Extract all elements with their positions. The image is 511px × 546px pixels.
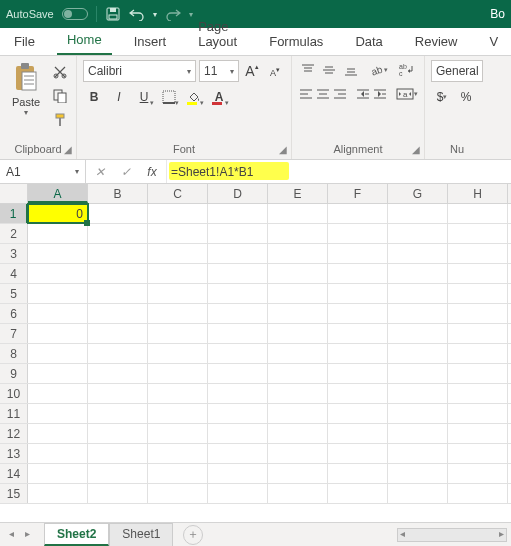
- cell[interactable]: [148, 264, 208, 283]
- alignment-launcher-icon[interactable]: ◢: [410, 145, 422, 157]
- cell[interactable]: [448, 324, 508, 343]
- cell[interactable]: [268, 284, 328, 303]
- cell[interactable]: [388, 284, 448, 303]
- cell[interactable]: [388, 384, 448, 403]
- format-painter-button[interactable]: [50, 110, 70, 130]
- cell[interactable]: [88, 464, 148, 483]
- cell[interactable]: [28, 304, 88, 323]
- cell[interactable]: [88, 364, 148, 383]
- increase-indent-button[interactable]: [373, 84, 388, 104]
- formula-bar[interactable]: =Sheet1!A1*B1: [167, 160, 511, 183]
- row-header[interactable]: 3: [0, 244, 28, 263]
- row-header[interactable]: 2: [0, 224, 28, 243]
- enter-formula-button[interactable]: ✓: [118, 164, 134, 180]
- cell[interactable]: [388, 324, 448, 343]
- cell[interactable]: [328, 324, 388, 343]
- font-color-button[interactable]: A: [208, 86, 230, 108]
- cell[interactable]: [448, 364, 508, 383]
- row-header[interactable]: 10: [0, 384, 28, 403]
- tab-review[interactable]: Review: [405, 30, 468, 55]
- cell[interactable]: [448, 444, 508, 463]
- decrease-indent-button[interactable]: [356, 84, 371, 104]
- cell[interactable]: [88, 264, 148, 283]
- cell[interactable]: [448, 284, 508, 303]
- cell[interactable]: [268, 464, 328, 483]
- add-sheet-button[interactable]: ＋: [183, 525, 203, 545]
- cell[interactable]: [148, 444, 208, 463]
- cell[interactable]: [208, 304, 268, 323]
- cell[interactable]: [268, 364, 328, 383]
- paste-dropdown-icon[interactable]: ▾: [24, 108, 28, 117]
- cell[interactable]: [208, 284, 268, 303]
- cell[interactable]: [448, 304, 508, 323]
- cell[interactable]: [268, 384, 328, 403]
- paste-button[interactable]: Paste ▾: [6, 60, 46, 141]
- row-header[interactable]: 14: [0, 464, 28, 483]
- borders-button[interactable]: [158, 86, 180, 108]
- cell[interactable]: [328, 204, 388, 223]
- align-right-button[interactable]: [332, 84, 347, 104]
- row-header[interactable]: 6: [0, 304, 28, 323]
- cell[interactable]: [388, 444, 448, 463]
- horizontal-scrollbar[interactable]: [397, 528, 507, 542]
- cell[interactable]: [28, 264, 88, 283]
- wrap-text-button[interactable]: abc: [396, 60, 418, 80]
- column-header[interactable]: E: [268, 184, 328, 203]
- cell[interactable]: [208, 324, 268, 343]
- increase-font-button[interactable]: A▴: [242, 60, 262, 82]
- cell[interactable]: [328, 424, 388, 443]
- cell[interactable]: [388, 364, 448, 383]
- row-header[interactable]: 4: [0, 264, 28, 283]
- merge-center-button[interactable]: a▾: [396, 84, 418, 104]
- cell[interactable]: [28, 344, 88, 363]
- cell[interactable]: [328, 244, 388, 263]
- undo-icon[interactable]: [129, 6, 145, 22]
- cell[interactable]: [208, 404, 268, 423]
- cell[interactable]: [208, 204, 268, 223]
- tab-page-layout[interactable]: Page Layout: [188, 15, 247, 55]
- cell[interactable]: [148, 284, 208, 303]
- cell[interactable]: [148, 204, 208, 223]
- cell[interactable]: [448, 344, 508, 363]
- align-center-button[interactable]: [315, 84, 330, 104]
- italic-button[interactable]: I: [108, 86, 130, 108]
- cell[interactable]: [448, 404, 508, 423]
- cell[interactable]: [148, 404, 208, 423]
- cell[interactable]: [148, 244, 208, 263]
- column-header[interactable]: B: [88, 184, 148, 203]
- cell[interactable]: [88, 284, 148, 303]
- font-launcher-icon[interactable]: ◢: [277, 145, 289, 157]
- font-name-combo[interactable]: Calibri ▾: [83, 60, 196, 82]
- cell[interactable]: [148, 324, 208, 343]
- cell[interactable]: [88, 444, 148, 463]
- cell[interactable]: [448, 264, 508, 283]
- align-left-button[interactable]: [298, 84, 313, 104]
- column-header[interactable]: G: [388, 184, 448, 203]
- cell[interactable]: [388, 244, 448, 263]
- cancel-formula-button[interactable]: ✕: [92, 164, 108, 180]
- cell[interactable]: [328, 264, 388, 283]
- cell[interactable]: [268, 444, 328, 463]
- save-icon[interactable]: [105, 6, 121, 22]
- cell[interactable]: [88, 484, 148, 503]
- cell[interactable]: [448, 464, 508, 483]
- cell[interactable]: [328, 444, 388, 463]
- cell[interactable]: [88, 324, 148, 343]
- cell[interactable]: [148, 364, 208, 383]
- cell[interactable]: [28, 324, 88, 343]
- cell[interactable]: [328, 464, 388, 483]
- cell[interactable]: [268, 304, 328, 323]
- cell[interactable]: [208, 384, 268, 403]
- cell[interactable]: [208, 364, 268, 383]
- cell[interactable]: [328, 364, 388, 383]
- cell[interactable]: [28, 424, 88, 443]
- row-header[interactable]: 13: [0, 444, 28, 463]
- column-header[interactable]: F: [328, 184, 388, 203]
- cell[interactable]: [88, 344, 148, 363]
- tab-formulas[interactable]: Formulas: [259, 30, 333, 55]
- cell[interactable]: [28, 484, 88, 503]
- cell[interactable]: [328, 284, 388, 303]
- cell[interactable]: [268, 424, 328, 443]
- tab-file[interactable]: File: [4, 30, 45, 55]
- cell[interactable]: [268, 224, 328, 243]
